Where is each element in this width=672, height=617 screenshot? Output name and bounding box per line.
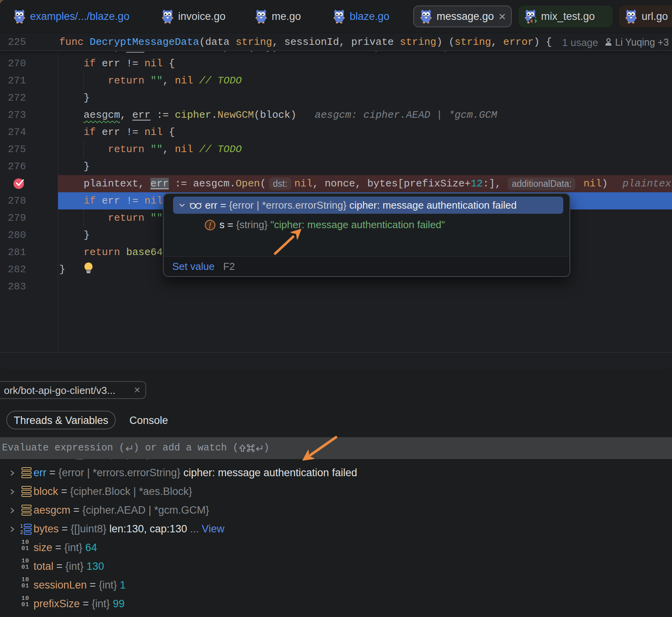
svg-text:1: 1 — [20, 523, 23, 529]
svg-text:2: 2 — [20, 530, 23, 535]
